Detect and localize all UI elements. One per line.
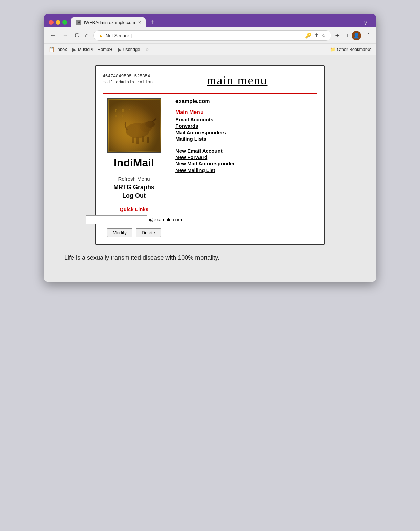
security-warning-icon: ▲ — [99, 33, 103, 38]
panel-id-block: 464748495051525354 mail administration — [103, 73, 157, 85]
tab-area: 🖥 IWEBAdmin example.com × + ∨ — [71, 17, 371, 27]
quick-links-title: Quick Links — [103, 206, 165, 212]
share-icon: ⬆ — [314, 32, 319, 39]
active-tab[interactable]: 🖥 IWEBAdmin example.com × — [71, 17, 146, 27]
svg-text:𒀭: 𒀭 — [129, 108, 130, 113]
browser-window: 🖥 IWEBAdmin example.com × + ∨ ← → C ⌂ ▲ … — [44, 14, 376, 282]
svg-text:𒌋: 𒌋 — [115, 114, 117, 118]
panel-left: 𒀭 𒊕 𒀭 𒌋 𒀸 IndiMail Refresh Menu MRTG Gra… — [103, 98, 165, 237]
modify-button[interactable]: Modify — [107, 228, 132, 237]
svg-rect-7 — [142, 136, 144, 142]
back-button[interactable]: ← — [49, 31, 58, 40]
new-items-section: New Email Account New Forward New Mail A… — [175, 148, 317, 173]
other-bookmarks-label: Other Bookmarks — [337, 47, 371, 52]
bookmark-musicpi-label: MusicPI - RompЯ — [78, 47, 112, 52]
svg-rect-6 — [136, 137, 139, 144]
bookmark-usbridge-label: usbridge — [123, 47, 140, 52]
bookmarks-bar: 📋 Inbox ▶ MusicPI - RompЯ ▶ usbridge » 📁… — [44, 44, 376, 55]
other-bookmarks[interactable]: 📁 Other Bookmarks — [330, 47, 371, 52]
star-icon[interactable]: ☆ — [321, 32, 326, 39]
address-bar[interactable]: ▲ Not Secure | 🔑 ⬆ ☆ — [93, 30, 331, 41]
bookmark-inbox[interactable]: 📋 Inbox — [49, 47, 67, 52]
panel-right: example.com Main Menu Email Accounts For… — [172, 98, 317, 237]
tab-title: IWEBAdmin example.com — [84, 20, 135, 25]
new-forward-link[interactable]: New Forward — [175, 154, 317, 160]
musicpi-play-icon: ▶ — [72, 47, 76, 52]
svg-point-3 — [140, 122, 152, 132]
svg-line-9 — [152, 119, 156, 122]
account-id: 464748495051525354 — [103, 74, 150, 79]
main-menu-heading: Main Menu — [175, 109, 317, 115]
bookmark-inbox-label: Inbox — [56, 47, 67, 52]
tab-close-button[interactable]: × — [138, 20, 141, 25]
mail-autoresponders-link[interactable]: Mail Autoresponders — [175, 130, 317, 135]
delete-button[interactable]: Delete — [136, 228, 161, 237]
svg-text:𒀸: 𒀸 — [122, 114, 123, 118]
panel-divider — [103, 93, 317, 94]
ancient-tablet-svg: 𒀭 𒊕 𒀭 𒌋 𒀸 — [109, 100, 160, 151]
nav-bar: ← → C ⌂ ▲ Not Secure | 🔑 ⬆ ☆ ✦ □ 👤 ⋮ — [44, 27, 376, 44]
reload-button[interactable]: C — [73, 31, 80, 40]
key-icon: 🔑 — [305, 32, 312, 39]
site-name: example.com — [175, 98, 317, 104]
more-options-icon[interactable]: ⋮ — [365, 32, 371, 39]
forward-button[interactable]: → — [61, 31, 70, 40]
svg-text:𒊕: 𒊕 — [122, 108, 124, 113]
bookmark-usbridge[interactable]: ▶ usbridge — [118, 47, 140, 52]
nav-right-icons: ✦ □ 👤 ⋮ — [335, 31, 371, 40]
mrtg-graphs-link[interactable]: MRTG Graphs — [103, 184, 165, 191]
svg-rect-0 — [109, 100, 160, 151]
inbox-icon: 📋 — [49, 47, 55, 52]
usbridge-play-icon: ▶ — [118, 47, 122, 52]
svg-rect-5 — [132, 137, 134, 143]
bottom-quote: Life is a sexually transmitted disease w… — [58, 254, 362, 261]
panel-left-links: Refresh Menu MRTG Graphs Log Out — [103, 176, 165, 199]
account-label: mail administration — [103, 80, 153, 85]
brand-name: IndiMail — [103, 157, 165, 169]
quick-links-input[interactable] — [86, 215, 147, 224]
folder-icon: 📁 — [330, 47, 335, 52]
minimize-window-button[interactable] — [56, 20, 60, 25]
traffic-lights — [49, 20, 67, 25]
square-icon[interactable]: □ — [344, 32, 348, 39]
panel-body: 𒀭 𒊕 𒀭 𒌋 𒀸 IndiMail Refresh Menu MRTG Gra… — [103, 98, 317, 237]
new-mail-autoresponder-link[interactable]: New Mail Autoresponder — [175, 161, 317, 166]
home-button[interactable]: ⌂ — [84, 31, 90, 40]
mailing-lists-link[interactable]: Mailing Lists — [175, 136, 317, 142]
new-email-account-link[interactable]: New Email Account — [175, 148, 317, 154]
close-window-button[interactable] — [49, 20, 54, 25]
quick-links-section: Quick Links @example.com Modify Delete — [103, 206, 165, 237]
mail-panel: 464748495051525354 mail administration m… — [95, 65, 325, 245]
svg-rect-8 — [147, 137, 149, 143]
svg-text:𒀭: 𒀭 — [115, 108, 117, 113]
svg-point-4 — [145, 121, 155, 128]
ancient-image: 𒀭 𒊕 𒀭 𒌋 𒀸 — [107, 98, 161, 153]
page-content: 464748495051525354 mail administration m… — [44, 55, 376, 282]
main-menu-section: Main Menu Email Accounts Forwards Mail A… — [175, 109, 317, 142]
maximize-window-button[interactable] — [62, 20, 67, 25]
title-bar: 🖥 IWEBAdmin example.com × + ∨ — [44, 14, 376, 27]
address-text[interactable]: Not Secure | — [106, 33, 302, 38]
panel-title: main menu — [157, 73, 317, 87]
bookmark-musicpi[interactable]: ▶ MusicPI - RompЯ — [72, 47, 112, 52]
quick-links-row: @example.com — [103, 215, 165, 224]
refresh-menu-link[interactable]: Refresh Menu — [103, 176, 165, 182]
avatar[interactable]: 👤 — [352, 31, 361, 40]
address-icons: 🔑 ⬆ ☆ — [305, 32, 326, 39]
log-out-link[interactable]: Log Out — [103, 192, 165, 199]
quick-links-buttons: Modify Delete — [103, 228, 165, 237]
forwards-link[interactable]: Forwards — [175, 123, 317, 129]
email-accounts-link[interactable]: Email Accounts — [175, 117, 317, 122]
svg-rect-1 — [109, 100, 160, 151]
new-mailing-list-link[interactable]: New Mailing List — [175, 167, 317, 173]
new-tab-button[interactable]: + — [147, 17, 158, 27]
tab-chevron-icon[interactable]: ∨ — [360, 18, 371, 27]
tab-favicon: 🖥 — [76, 20, 81, 25]
extensions-icon[interactable]: ✦ — [335, 32, 340, 39]
bookmarks-more-button[interactable]: » — [146, 46, 149, 53]
svg-point-2 — [126, 123, 149, 138]
panel-header: 464748495051525354 mail administration m… — [103, 73, 317, 87]
